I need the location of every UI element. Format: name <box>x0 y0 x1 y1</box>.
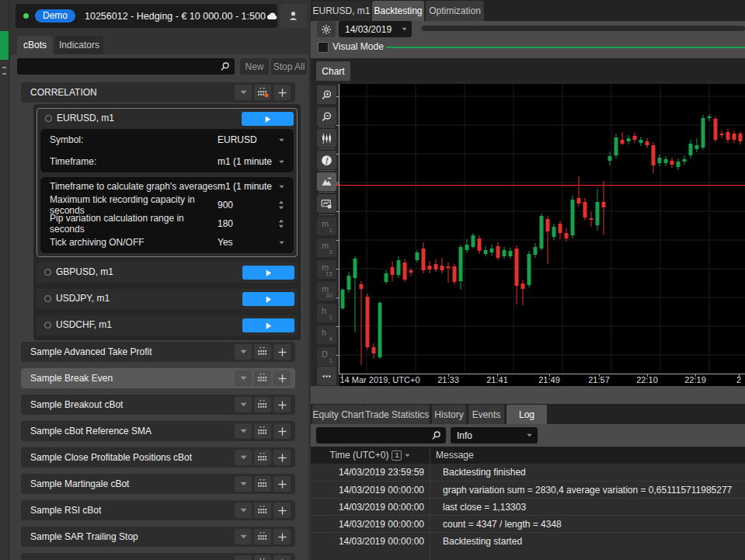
param-dropdown[interactable]: m1 (1 minute <box>218 156 284 167</box>
visual-mode-checkbox[interactable] <box>318 42 329 53</box>
parameters-button[interactable] <box>254 85 271 100</box>
add-instance-button[interactable] <box>273 529 291 544</box>
backtest-speed-slider[interactable] <box>422 26 745 31</box>
cbot-row-correlation[interactable]: CORRELATION <box>21 82 295 103</box>
tab-cbots[interactable]: cBots <box>17 36 53 54</box>
start-backtest-button[interactable] <box>242 112 294 126</box>
cbot-row-sample-break-even[interactable]: Sample Break Even <box>21 368 295 388</box>
collapse-button[interactable] <box>235 85 252 100</box>
cbot-row-sample-advanced-take-profit[interactable]: Sample Advanced Take Profit <box>21 342 295 362</box>
add-instance-button[interactable] <box>273 503 291 518</box>
add-instance-button[interactable] <box>273 344 291 360</box>
param-dropdown[interactable]: EURUSD <box>218 134 284 145</box>
more-tools-button[interactable] <box>317 367 336 385</box>
tab-indicators[interactable]: Indicators <box>55 36 103 54</box>
cbot-row-sample-martingale-cbot[interactable]: Sample Martingale cBot <box>21 474 295 494</box>
zoom-in-button[interactable] <box>317 85 336 104</box>
cbots-search-input[interactable] <box>17 58 235 75</box>
start-backtest-button[interactable] <box>242 318 294 332</box>
log-level-select[interactable]: Info <box>451 427 538 443</box>
add-instance-button[interactable] <box>273 423 291 439</box>
param-dropdown[interactable]: Yes <box>218 237 284 248</box>
tab-trade-statistics[interactable]: Trade Statistics <box>364 405 430 424</box>
tab-log[interactable]: Log <box>507 405 547 424</box>
timeframe-button-d1[interactable]: D1 <box>317 347 336 366</box>
tab-backtesting[interactable]: Backtesting <box>372 1 424 21</box>
parameters-button[interactable] <box>254 503 271 518</box>
tab-events[interactable]: Events <box>468 405 504 424</box>
parameters-button[interactable] <box>254 450 271 465</box>
chevron-down-icon <box>527 433 532 437</box>
shapes-button[interactable] <box>317 172 336 191</box>
tab-equity-chart[interactable]: Equity Chart <box>312 405 364 424</box>
collapse-button[interactable] <box>235 397 252 412</box>
collapse-button[interactable] <box>235 344 252 360</box>
new-cbot-button[interactable]: New <box>240 58 269 75</box>
param-dropdown[interactable]: m1 (1 minute <box>218 181 284 192</box>
parameters-button[interactable] <box>254 344 271 360</box>
log-search-input[interactable] <box>316 427 446 443</box>
collapse-button[interactable] <box>235 555 252 560</box>
row-buttons <box>235 423 291 439</box>
zoom-out-button[interactable] <box>317 107 336 126</box>
rail-active-indicator[interactable] <box>0 31 9 60</box>
add-instance-button[interactable] <box>273 397 291 412</box>
collapse-button[interactable] <box>235 370 252 386</box>
collapse-button[interactable] <box>235 476 252 492</box>
tab-chart[interactable]: Chart <box>316 61 350 81</box>
parameters-button[interactable] <box>254 397 271 412</box>
instance-usdjpy-m1[interactable]: USDJPY, m1 <box>37 289 298 309</box>
start-backtest-button[interactable] <box>242 266 294 280</box>
timeframe-button-h1[interactable]: h1 <box>317 304 336 322</box>
collapse-button[interactable] <box>235 423 252 439</box>
add-instance-button[interactable] <box>273 555 291 560</box>
parameters-button[interactable] <box>254 370 271 386</box>
profile-button[interactable] <box>280 4 306 28</box>
parameters-button[interactable] <box>254 555 271 560</box>
log-row[interactable]: 14/03/2019 00:00:00Backtesting started <box>311 532 745 549</box>
timeframe-button-h4[interactable]: h4 <box>317 325 336 344</box>
cbot-row-sample-rsi-cbot[interactable]: Sample RSI cBot <box>21 500 295 520</box>
account-selector[interactable]: Demo 10256012 - Hedging - € 10 000.00 - … <box>16 4 277 28</box>
parameters-button[interactable] <box>254 529 271 544</box>
add-instance-button[interactable] <box>273 476 291 492</box>
log-row[interactable]: 14/03/2019 00:00:00last close = 1,13303 <box>311 498 745 515</box>
cbot-row-sample-sar-trailing-stop[interactable]: Sample SAR Trailing Stop <box>21 527 295 547</box>
parameters-button[interactable] <box>254 423 271 439</box>
timeframe-button-m30[interactable]: m30 <box>317 282 336 301</box>
chart-type-candles-button[interactable] <box>317 129 336 148</box>
column-header-message[interactable]: Message <box>436 450 474 461</box>
cbot-row-sample-breakout-cbot[interactable]: Sample Breakout cBot <box>21 395 295 415</box>
add-instance-button[interactable] <box>273 85 291 100</box>
log-row[interactable]: 14/03/2019 00:00:00graph variation sum =… <box>311 481 745 498</box>
stop-all-button[interactable]: Stop All <box>271 58 307 75</box>
indicators-button[interactable]: f <box>317 151 336 169</box>
add-instance-button[interactable] <box>273 370 291 386</box>
column-header-time[interactable]: Time (UTC+0) 1 <box>311 450 430 461</box>
param-stepper[interactable]: 180 <box>218 218 284 229</box>
parameters-button[interactable] <box>254 476 271 492</box>
cbot-row-sample-cbot-reference-sma[interactable]: Sample cBot Reference SMA <box>21 421 295 441</box>
collapse-button[interactable] <box>235 450 252 465</box>
timeframe-button-m15[interactable]: m15 <box>317 260 336 279</box>
param-stepper[interactable]: 900 <box>218 200 284 210</box>
instance-gbpusd-m1[interactable]: GBPUSD, m1 <box>37 263 298 283</box>
chart-options-button[interactable] <box>317 194 336 213</box>
collapse-button[interactable] <box>235 503 252 518</box>
tab-history[interactable]: History <box>432 405 466 424</box>
cbot-row-sample-close-profitable-positions-cbot[interactable]: Sample Close Profitable Positions cBot <box>21 447 295 468</box>
backtest-settings-button[interactable] <box>317 21 336 37</box>
tab-optimization[interactable]: Optimization <box>426 1 484 21</box>
log-row[interactable]: 14/03/2019 23:59:59Backtesting finished <box>311 464 745 481</box>
add-instance-button[interactable] <box>273 450 291 465</box>
tab-symbol-eurusd-m1[interactable]: EURUSD, m1 <box>312 1 371 21</box>
timeframe-button-m1[interactable]: m1 <box>317 217 336 235</box>
timeframe-button-m5[interactable]: m5 <box>317 238 336 257</box>
time-axis[interactable]: 14 Mar 2019, UTC+021:3321:4121:4921:5722… <box>339 374 745 386</box>
log-row[interactable]: 14/03/2019 00:00:00count = 4347 / length… <box>311 515 745 532</box>
start-backtest-button[interactable] <box>242 292 294 306</box>
collapse-button[interactable] <box>235 529 252 544</box>
instance-usdchf-m1[interactable]: USDCHF, m1 <box>37 315 298 336</box>
backtest-date-select[interactable]: 14/03/2019 <box>339 21 412 37</box>
cbot-row-partial[interactable] <box>21 553 295 560</box>
